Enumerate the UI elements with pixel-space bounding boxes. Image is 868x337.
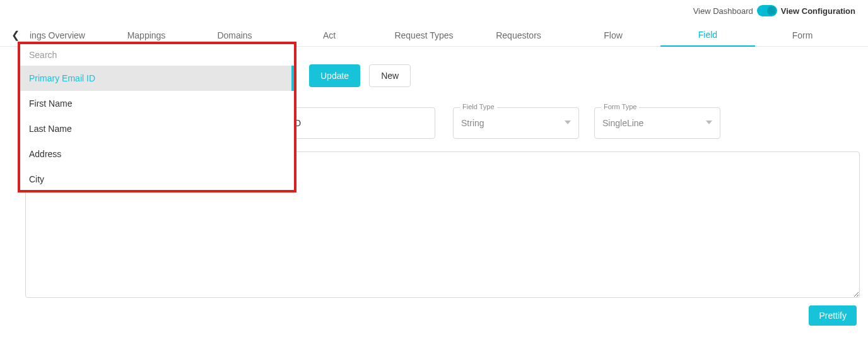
new-button[interactable]: New <box>369 64 411 87</box>
view-toggle-switch[interactable] <box>757 5 777 16</box>
dropdown-item-first-name[interactable]: First Name <box>20 91 294 116</box>
field-name-input[interactable] <box>284 107 435 139</box>
form-type-label: Form Type <box>601 103 639 110</box>
chevron-left-icon[interactable]: ❮ <box>11 29 20 41</box>
tab-requestors[interactable]: Requestors <box>471 24 566 47</box>
dropdown-item-last-name[interactable]: Last Name <box>20 116 294 141</box>
dropdown-list: Primary Email ID First Name Last Name Ad… <box>20 66 294 190</box>
field-type-value: String <box>461 118 484 128</box>
field-type-label: Field Type <box>460 103 497 110</box>
dropdown-item-address[interactable]: Address <box>20 141 294 167</box>
form-type-value: SingleLine <box>602 118 643 128</box>
field-type-select[interactable]: Field Type String <box>453 107 579 139</box>
tab-form[interactable]: Form <box>755 24 850 47</box>
form-type-select[interactable]: Form Type SingleLine <box>594 107 720 139</box>
update-button[interactable]: Update <box>309 64 360 87</box>
tab-request-types[interactable]: Request Types <box>377 24 471 47</box>
dropdown-search-input[interactable] <box>20 44 294 66</box>
chevron-down-icon <box>706 121 712 124</box>
tab-flow[interactable]: Flow <box>566 24 660 47</box>
toggle-label-configuration: View Configuration <box>781 6 855 16</box>
field-dropdown-inner: Primary Email ID First Name Last Name Ad… <box>20 44 294 190</box>
prettify-button[interactable]: Prettify <box>809 305 857 326</box>
chevron-down-icon <box>565 121 571 124</box>
view-toggle: View Dashboard View Configuration <box>693 5 855 16</box>
field-dropdown-panel: Primary Email ID First Name Last Name Ad… <box>18 42 296 192</box>
toggle-label-dashboard: View Dashboard <box>693 6 753 16</box>
tab-field[interactable]: Field <box>660 24 755 47</box>
dropdown-item-primary-email[interactable]: Primary Email ID <box>20 66 294 91</box>
dropdown-item-city[interactable]: City <box>20 167 294 190</box>
actions-row: Update New <box>309 64 411 87</box>
